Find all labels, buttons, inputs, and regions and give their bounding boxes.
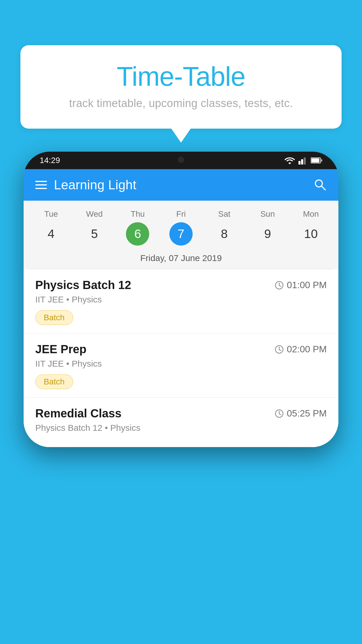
schedule-item-header: Remedial Class 05:25 PM: [35, 407, 327, 420]
svg-line-13: [279, 350, 281, 351]
bubble-subtitle: track timetable, upcoming classes, tests…: [38, 97, 324, 110]
calendar-day-5[interactable]: Wed5: [77, 209, 112, 246]
schedule-title: Remedial Class: [35, 407, 122, 420]
day-label: Wed: [86, 209, 103, 219]
battery-icon: [311, 157, 322, 164]
notch: [155, 152, 207, 168]
schedule-item-1[interactable]: JEE Prep 02:00 PMIIT JEE • PhysicsBatch: [24, 333, 338, 398]
day-number: 10: [299, 222, 323, 246]
day-number: 5: [83, 222, 106, 246]
schedule-time: 01:00 PM: [275, 280, 327, 290]
svg-rect-5: [321, 159, 322, 162]
svg-line-10: [279, 286, 281, 286]
day-label: Fri: [176, 209, 186, 219]
schedule-item-2[interactable]: Remedial Class 05:25 PMPhysics Batch 12 …: [24, 398, 338, 447]
phone-wrapper: 14:29: [24, 152, 338, 447]
svg-line-16: [279, 414, 281, 415]
svg-rect-2: [304, 158, 306, 164]
day-number: 9: [256, 222, 279, 246]
phone-device: 14:29: [24, 152, 338, 447]
schedule-item-header: Physics Batch 12 01:00 PM: [35, 279, 327, 292]
camera: [178, 157, 184, 163]
calendar-section: Tue4Wed5Thu6Fri7Sat8Sun9Mon10 Friday, 07…: [24, 201, 338, 269]
bubble-title: Time-Table: [38, 61, 324, 92]
day-number: 4: [39, 222, 63, 246]
calendar-day-7[interactable]: Fri7: [164, 209, 198, 246]
app-name-label: Learning Light: [54, 178, 136, 192]
signal-icon: [298, 156, 307, 164]
speech-bubble-section: Time-Table track timetable, upcoming cla…: [20, 45, 342, 129]
batch-badge: Batch: [35, 374, 73, 389]
status-bar: 14:29: [24, 152, 338, 169]
wifi-icon: [284, 157, 295, 164]
calendar-day-4[interactable]: Tue4: [34, 209, 68, 246]
app-screen: Learning Light Tue4Wed5Thu6Fri7Sat8Sun9M…: [24, 169, 338, 447]
toolbar-left: Learning Light: [35, 178, 136, 192]
day-label: Mon: [303, 209, 319, 219]
day-label: Sat: [218, 209, 231, 219]
app-toolbar: Learning Light: [24, 169, 338, 201]
calendar-day-10[interactable]: Mon10: [294, 209, 328, 246]
schedule-subtitle: IIT JEE • Physics: [35, 295, 327, 304]
svg-rect-0: [298, 161, 301, 164]
day-number: 6: [126, 222, 149, 246]
schedule-item-0[interactable]: Physics Batch 12 01:00 PMIIT JEE • Physi…: [24, 269, 338, 333]
day-label: Thu: [131, 209, 145, 219]
days-row: Tue4Wed5Thu6Fri7Sat8Sun9Mon10: [24, 206, 338, 249]
status-icons: [284, 156, 322, 164]
schedule-item-header: JEE Prep 02:00 PM: [35, 343, 327, 356]
selected-date-label: Friday, 07 June 2019: [24, 249, 338, 269]
day-label: Tue: [44, 209, 58, 219]
search-button[interactable]: [313, 177, 327, 192]
schedule-time: 05:25 PM: [275, 408, 327, 419]
schedule-list: Physics Batch 12 01:00 PMIIT JEE • Physi…: [24, 269, 338, 447]
batch-badge: Batch: [35, 310, 73, 325]
svg-line-7: [321, 186, 325, 190]
day-number: 8: [213, 222, 236, 246]
calendar-day-8[interactable]: Sat8: [207, 209, 242, 246]
calendar-day-6[interactable]: Thu6: [120, 209, 155, 246]
schedule-title: Physics Batch 12: [35, 279, 131, 292]
speech-bubble: Time-Table track timetable, upcoming cla…: [20, 45, 342, 129]
day-number: 7: [169, 222, 193, 246]
day-label: Sun: [260, 209, 275, 219]
hamburger-menu-button[interactable]: [35, 181, 47, 189]
svg-rect-1: [301, 159, 303, 164]
calendar-day-9[interactable]: Sun9: [250, 209, 285, 246]
schedule-title: JEE Prep: [35, 343, 87, 356]
schedule-subtitle: IIT JEE • Physics: [35, 359, 327, 369]
status-time: 14:29: [40, 156, 60, 165]
schedule-subtitle: Physics Batch 12 • Physics: [35, 423, 327, 433]
svg-rect-4: [311, 158, 319, 162]
schedule-time: 02:00 PM: [275, 344, 327, 355]
